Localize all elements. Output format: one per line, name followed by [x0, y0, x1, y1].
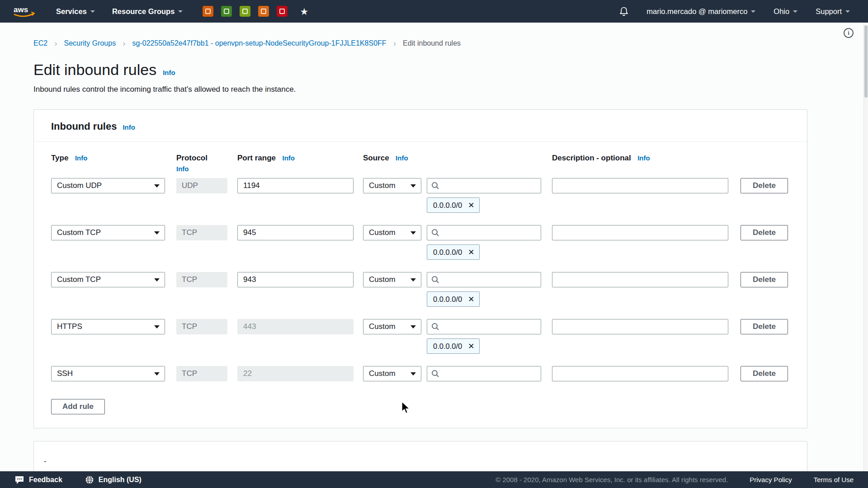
source-search-input[interactable] [427, 178, 541, 193]
delete-rule-button[interactable]: Delete [741, 272, 788, 287]
nav-region-menu[interactable]: Ohio [774, 7, 797, 16]
delete-rule-button[interactable]: Delete [741, 319, 788, 334]
source-search-input[interactable] [427, 366, 541, 381]
info-link[interactable]: Info [637, 154, 650, 162]
type-select[interactable]: Custom TCP [51, 225, 165, 240]
add-rule-button[interactable]: Add rule [51, 399, 105, 414]
type-select[interactable]: Custom TCP [51, 272, 165, 287]
description-input[interactable] [552, 366, 728, 381]
info-panel-icon[interactable]: i [844, 28, 854, 38]
source-search [427, 178, 541, 193]
chevron-down-icon [154, 372, 160, 375]
page-title-info-link[interactable]: Info [163, 69, 175, 76]
source-search [427, 225, 541, 240]
delete-rule-button[interactable]: Delete [741, 178, 788, 193]
scrollbar-thumb[interactable] [864, 25, 868, 98]
type-select[interactable]: Custom UDP [51, 178, 165, 193]
breadcrumb-current-page: Edit inbound rules [403, 39, 461, 47]
notifications-bell-icon[interactable] [619, 6, 628, 17]
privacy-policy-link[interactable]: Privacy Policy [750, 476, 792, 483]
source-search-input[interactable] [427, 225, 541, 240]
favorite-service-icon-2[interactable] [221, 6, 232, 17]
cidr-token: 0.0.0.0/0 ✕ [427, 244, 480, 260]
port-range-input [237, 319, 354, 334]
source-search-input[interactable] [427, 272, 541, 287]
nav-region-label: Ohio [774, 7, 789, 16]
remove-cidr-icon[interactable]: ✕ [468, 295, 474, 304]
source-search [427, 366, 541, 381]
vertical-scrollbar[interactable] [863, 23, 868, 471]
page-title: Edit inbound rules [33, 61, 156, 79]
panel-info-link[interactable]: Info [123, 123, 135, 131]
info-link[interactable]: Info [75, 154, 88, 162]
inbound-rule-row: Custom TCP TCP Custom [51, 225, 790, 260]
remove-cidr-icon[interactable]: ✕ [468, 201, 474, 210]
column-header-description-label: Description - optional [552, 154, 631, 162]
cidr-value: 0.0.0.0/0 [433, 342, 462, 351]
aws-logo[interactable]: aws [12, 4, 36, 19]
feedback-button[interactable]: Feedback [14, 475, 62, 484]
source-select[interactable]: Custom [363, 225, 421, 240]
search-icon [431, 276, 439, 284]
remove-cidr-icon[interactable]: ✕ [468, 248, 474, 257]
port-range-input[interactable] [237, 272, 354, 287]
info-link[interactable]: Info [176, 165, 189, 173]
cidr-value: 0.0.0.0/0 [433, 295, 462, 304]
protocol-field: TCP [176, 225, 227, 240]
inbound-rules-panel-header: Inbound rules Info [34, 110, 807, 142]
description-input[interactable] [552, 272, 728, 287]
nav-account-menu[interactable]: mario.mercado @ mariomerco [646, 7, 755, 16]
info-link[interactable]: Info [282, 154, 295, 162]
language-label: English (US) [99, 476, 142, 484]
feedback-bubble-icon [14, 475, 24, 484]
description-input[interactable] [552, 225, 728, 240]
type-select[interactable]: HTTPS [51, 319, 165, 334]
source-select-value: Custom [369, 369, 396, 378]
breadcrumb: EC2 › Security Groups › sg-022550a52e47f… [0, 23, 868, 47]
chevron-down-icon [154, 231, 160, 235]
remove-cidr-icon[interactable]: ✕ [468, 342, 474, 351]
port-range-input[interactable] [237, 178, 354, 193]
type-select[interactable]: SSH [51, 366, 165, 381]
column-header-source: Source Info [363, 154, 427, 173]
source-search [427, 272, 541, 287]
description-input[interactable] [552, 178, 728, 193]
favorite-service-icon-5[interactable] [277, 6, 288, 17]
description-input[interactable] [552, 319, 728, 334]
globe-icon [85, 475, 94, 484]
type-select-value: HTTPS [57, 322, 82, 331]
cidr-token: 0.0.0.0/0 ✕ [427, 291, 480, 307]
svg-text:aws: aws [14, 5, 28, 14]
language-selector[interactable]: English (US) [85, 475, 142, 484]
cidr-value: 0.0.0.0/0 [433, 201, 462, 210]
nav-support-menu[interactable]: Support [816, 7, 850, 16]
protocol-value: TCP [182, 369, 197, 378]
favorite-service-icon-4[interactable] [258, 6, 269, 17]
terms-of-use-link[interactable]: Terms of Use [814, 476, 854, 483]
breadcrumb-security-group-id-link[interactable]: sg-022550a52e47f7bb1 - openvpn-setup-Nod… [132, 39, 387, 47]
nav-services-menu[interactable]: Services [56, 7, 95, 16]
type-select-value: SSH [57, 369, 73, 378]
source-select[interactable]: Custom [363, 178, 421, 193]
source-select[interactable]: Custom [363, 366, 421, 381]
main-content: i EC2 › Security Groups › sg-022550a52e4… [0, 23, 868, 471]
port-range-input[interactable] [237, 225, 354, 240]
source-search-input[interactable] [427, 319, 541, 334]
favorite-services-shortcuts: ★ [203, 6, 308, 17]
page-description: Inbound rules control the incoming traff… [33, 85, 868, 94]
source-select[interactable]: Custom [363, 272, 421, 287]
favorite-service-icon-3[interactable] [240, 6, 250, 17]
delete-rule-button[interactable]: Delete [741, 225, 788, 240]
top-navigation-bar: aws Services Resource Groups ★ [0, 0, 868, 23]
nav-resource-groups-label: Resource Groups [112, 7, 175, 16]
breadcrumb-ec2-link[interactable]: EC2 [33, 39, 47, 47]
source-select-value: Custom [369, 228, 396, 237]
breadcrumb-security-groups-link[interactable]: Security Groups [64, 39, 116, 47]
source-select[interactable]: Custom [363, 319, 421, 334]
favorite-service-icon-1[interactable] [203, 6, 213, 17]
favorites-star-icon[interactable]: ★ [300, 7, 308, 16]
delete-rule-button[interactable]: Delete [741, 366, 788, 381]
info-link[interactable]: Info [396, 154, 408, 162]
nav-resource-groups-menu[interactable]: Resource Groups [112, 7, 183, 16]
column-header-source-label: Source [363, 154, 389, 162]
